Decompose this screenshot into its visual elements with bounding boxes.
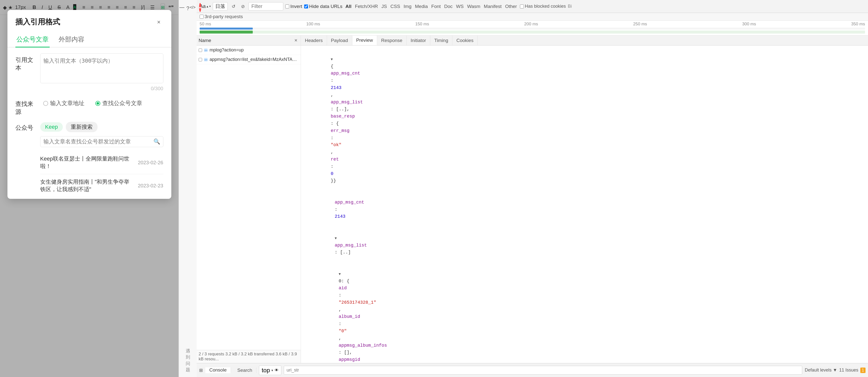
quote-label: 引用文本 [16, 53, 35, 72]
detail-tab-preview[interactable]: Preview [352, 35, 377, 45]
code-button[interactable]: </> [188, 4, 197, 11]
search-icon[interactable]: 🔍 [153, 138, 160, 145]
timing-label-2: 150 ms [415, 22, 429, 27]
filter-tab-doc[interactable]: Doc [443, 3, 454, 10]
account-keep-tag[interactable]: Keep [40, 122, 63, 132]
third-party-row: 3rd-party requests [197, 13, 868, 21]
source-section: 查找来源 输入文章地址 查找公众号文章 [16, 97, 163, 116]
console-toggle[interactable]: ⊞ [199, 368, 203, 373]
clear-icon[interactable]: ⊘ [239, 3, 247, 10]
request-icon-0: XH [204, 48, 208, 53]
detail-tab-initiator[interactable]: Initiator [407, 35, 430, 45]
devtools-bottom-right: Default levels ▼ 11 Issues 1 [805, 368, 866, 373]
quote-control: 0/300 [40, 53, 163, 91]
article-title-1: 女生健身房实用指南丨"和男生争夺举铁区，让我感到不适" [40, 178, 138, 193]
issues-text: 11 Issues [839, 368, 858, 373]
json-item0-line[interactable]: 0: { aid : "2653174328_1" , album_id : "… [304, 263, 865, 363]
detail-tab-response[interactable]: Response [377, 35, 407, 45]
filter-tab-font[interactable]: Font [430, 3, 442, 10]
account-content: Keep 重新搜索 🔍 Keep联名亚瑟士丨全网限量跑鞋问世啦！ [40, 122, 163, 199]
filter-tab-css[interactable]: CSS [390, 3, 401, 10]
preview-content: { app_msg_cnt : 2143 , app_msg_list : [.… [301, 46, 868, 363]
invert-checkbox[interactable]: Invert [285, 4, 302, 9]
insert-quote-modal: 插入引用格式 × 公众号文章 外部内容 引用文本 0/300 [7, 10, 171, 199]
default-levels-btn[interactable]: Default levels ▼ [805, 368, 837, 373]
hide-data-urls-checkbox[interactable]: Hide data URLs [304, 4, 342, 9]
filter-tab-other[interactable]: Other [504, 3, 518, 10]
third-party-checkbox[interactable]: 3rd-party requests [199, 14, 243, 19]
svg-text:XH: XH [204, 49, 208, 52]
json-list-line[interactable]: app_msg_list : [..] [304, 227, 865, 263]
dash-button[interactable]: — [177, 3, 186, 11]
detail-tab-headers[interactable]: Headers [301, 35, 327, 45]
right-sidebar: ? 遇到问题 [179, 0, 197, 377]
network-request-list: XH mplog?action=up XH appmsg?action=list… [197, 46, 301, 350]
refresh-icon[interactable]: ↺ [230, 3, 237, 10]
request-item-0[interactable]: XH mplog?action=up [197, 46, 301, 55]
close-panel-button[interactable]: ✕ [293, 37, 299, 44]
source-url-option[interactable]: 输入文章地址 [40, 97, 87, 109]
search-tab[interactable]: Search [234, 368, 256, 373]
timing-labels: 50 ms 100 ms 150 ms 200 ms 250 ms 300 ms… [197, 21, 868, 27]
filter-tab-all[interactable]: All [344, 3, 352, 10]
tab-wechat-article[interactable]: 公众号文章 [16, 32, 50, 48]
left-panel: ◆ ★ 17px B I U S A A ≡ ≡ ≡ ≡ ≡ ≡ ≡ |/| ☰… [0, 0, 179, 377]
account-section: 公众号 Keep 重新搜索 🔍 [16, 122, 163, 199]
account-label: 公众号 [16, 122, 35, 132]
feedback-text[interactable]: 遇到问题 [186, 348, 190, 373]
tab-external-content[interactable]: 外部内容 [58, 32, 85, 48]
article-item-1[interactable]: 女生健身房实用指南丨"和男生争夺举铁区，让我感到不适" 2023-02-23 [40, 174, 163, 197]
article-date-0: 2023-02-26 [138, 160, 163, 166]
quote-text-section: 引用文本 0/300 [16, 53, 163, 91]
record-button[interactable]: ● [199, 3, 201, 12]
filter-input[interactable] [249, 2, 283, 10]
json-root-line[interactable]: { app_msg_cnt : 2143 , app_msg_list : [.… [304, 49, 865, 192]
font-size-control[interactable]: Aa ▴ ▾ [199, 3, 211, 9]
timing-label-1: 100 ms [306, 22, 320, 27]
third-party-check[interactable] [199, 14, 204, 19]
detail-tab-payload[interactable]: Payload [327, 35, 352, 45]
hide-data-urls-check[interactable] [304, 4, 308, 8]
article-item-0[interactable]: Keep联名亚瑟士丨全网限量跑鞋问世啦！ 2023-02-26 [40, 151, 163, 174]
json-root-toggle[interactable] [331, 57, 335, 62]
timing-label-4: 250 ms [633, 22, 647, 27]
account-search-btn[interactable]: 重新搜索 [66, 122, 98, 132]
filter-tab-manifest[interactable]: Manifest [483, 3, 503, 10]
has-blocked-cookies-checkbox[interactable]: Has blocked cookies [520, 4, 566, 9]
has-blocked-check[interactable] [520, 4, 524, 8]
request-check-1[interactable] [198, 58, 202, 61]
json-item0-toggle[interactable] [339, 271, 343, 277]
modal-tabs: 公众号文章 外部内容 [7, 32, 171, 48]
filter-tab-fetch[interactable]: Fetch/XHR [354, 3, 379, 10]
console-tab[interactable]: Console [205, 367, 231, 373]
article-title-0: Keep联名亚瑟士丨全网限量跑鞋问世啦！ [40, 155, 138, 170]
timing-track [199, 28, 865, 30]
detail-tab-cookies[interactable]: Cookies [453, 35, 478, 45]
filter-tab-wasm[interactable]: Wasm [466, 3, 481, 10]
timing-label-0: 50 ms [199, 22, 211, 27]
article-item-2[interactable]: 各位Keepers，有个紧急的事要说： 2023-02-19 [40, 197, 163, 199]
modal-title: 插入引用格式 [16, 17, 60, 27]
article-search-input[interactable] [43, 138, 151, 145]
console-input[interactable] [284, 366, 802, 375]
request-check-0[interactable] [198, 49, 202, 52]
source-url-radio [43, 101, 48, 106]
source-wechat-option[interactable]: 查找公众号文章 [92, 97, 145, 109]
account-tags: Keep 重新搜索 [40, 122, 163, 132]
request-item-1[interactable]: XH appmsg?action=list_ex&fakeid=MzAxNTA5… [197, 55, 301, 64]
quote-textarea[interactable] [40, 53, 163, 83]
detail-tab-timing[interactable]: Timing [430, 35, 453, 45]
filter-tab-media[interactable]: Media [414, 3, 429, 10]
json-cnt-line: app_msg_cnt : 2143 [304, 192, 865, 227]
modal-close-button[interactable]: × [154, 18, 163, 27]
filter-tab-ws[interactable]: WS [455, 3, 465, 10]
feedback-section: 遇到问题 [186, 346, 190, 377]
json-list-toggle[interactable] [335, 236, 339, 240]
modal-overlay: 插入引用格式 × 公众号文章 外部内容 引用文本 0/300 [0, 0, 179, 377]
quote-counter: 0/300 [40, 86, 163, 91]
filter-tab-img[interactable]: Img [403, 3, 413, 10]
source-label: 查找来源 [16, 97, 35, 116]
invert-check[interactable] [285, 4, 289, 8]
filter-tab-js[interactable]: JS [380, 3, 388, 10]
font-size-selector[interactable]: 日落 [213, 2, 228, 10]
